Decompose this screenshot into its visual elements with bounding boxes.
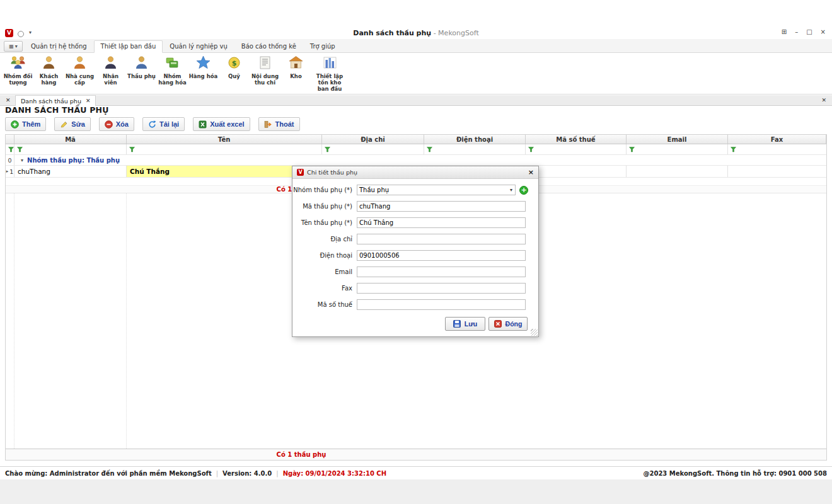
exit-button[interactable]: Thoát: [258, 117, 300, 131]
ribbon-tab-quan-tri-he-thong[interactable]: Quản trị hệ thống: [24, 40, 94, 53]
filter-cell-email[interactable]: [627, 144, 728, 154]
field-row-ma-so-thue: Mã số thuế: [292, 299, 538, 310]
ribbon-item-thiet-lap-ton-kho[interactable]: Thiết lập tồn kho ban đầu: [311, 54, 348, 93]
refresh-icon: [148, 120, 156, 129]
code-field[interactable]: [357, 201, 526, 212]
filter-funnel-icon: [325, 147, 330, 152]
filter-funnel-icon: [427, 147, 432, 152]
field-label: Điện thoại: [292, 252, 352, 259]
ribbon-item-kho[interactable]: Kho: [280, 54, 311, 81]
filter-cell-dia-chi[interactable]: [322, 144, 424, 154]
add-button-label: Thêm: [22, 120, 40, 128]
field-row-fax: Fax: [292, 283, 538, 294]
ribbon-item-label: Nhân viên: [96, 74, 125, 86]
chevron-down-icon[interactable]: ▾: [510, 187, 512, 193]
ribbon-item-label: Nhà cung cấp: [65, 74, 95, 86]
tax-code-field[interactable]: [357, 299, 526, 310]
filter-cell-ma-so-thue[interactable]: [526, 144, 627, 154]
group-row-cell[interactable]: ▾ Nhóm thầu phụ: Thầu phụ: [14, 155, 826, 165]
cell-email[interactable]: [627, 166, 728, 177]
column-header-ten[interactable]: Tên: [127, 135, 322, 144]
column-header-fax[interactable]: Fax: [728, 135, 826, 144]
page-title: DANH SÁCH THẦU PHỤ: [5, 105, 109, 115]
column-header-dien-thoai[interactable]: Điện thoại: [424, 135, 526, 144]
close-icon[interactable]: ×: [821, 28, 826, 35]
filter-cell-fax[interactable]: [728, 144, 826, 154]
filter-cell-ten[interactable]: [127, 144, 322, 154]
excel-icon: [199, 120, 207, 129]
fax-field[interactable]: [357, 283, 526, 294]
email-field[interactable]: [357, 266, 526, 277]
document-tab-danh-sach-thau-phu[interactable]: Danh sách thầu phụ ✕: [15, 95, 96, 106]
field-row-dien-thoai: Điện thoại: [292, 250, 538, 261]
status-version: Version: 4.0.0: [222, 470, 272, 477]
group-combo[interactable]: Thầu phụ ▾: [357, 185, 516, 195]
ribbon-item-label: Thiết lập tồn kho ban đầu: [312, 74, 347, 92]
filter-funnel-icon: [8, 147, 14, 152]
filter-funnel-icon: [528, 147, 534, 152]
close-dialog-button[interactable]: Đóng: [488, 317, 528, 331]
ribbon-item-thau-phu[interactable]: Thầu phụ: [126, 54, 157, 81]
tabstrip-close-left-icon[interactable]: ✕: [6, 97, 11, 103]
ribbon-tab-bar: ▦▾ Quản trị hệ thống Thiết lập ban đầu Q…: [0, 39, 832, 53]
ribbon-item-hang-hoa[interactable]: Hàng hóa: [188, 54, 219, 81]
document-tab-close-icon[interactable]: ✕: [86, 98, 91, 104]
filter-funnel-icon: [731, 147, 736, 152]
column-header-email[interactable]: Email: [627, 135, 728, 144]
filter-funnel-icon: [129, 147, 135, 152]
name-field[interactable]: [357, 217, 526, 228]
phone-field[interactable]: [357, 250, 526, 261]
ribbon-item-nhan-vien[interactable]: Nhân viên: [95, 54, 126, 87]
app-menu-button[interactable]: ▦▾: [4, 41, 23, 52]
tabstrip-close-right-icon[interactable]: ✕: [821, 97, 826, 103]
column-header-ma-so-thue[interactable]: Mã số thuế: [526, 135, 627, 144]
status-welcome: Chào mừng: Administrator đến với phần mề…: [5, 470, 212, 477]
grid-column-guide: [14, 193, 14, 449]
status-date: Ngày: 09/01/2024 3:32:10 CH: [283, 470, 386, 477]
dialog-close-icon[interactable]: ×: [528, 168, 534, 176]
exit-button-label: Thoát: [275, 120, 294, 128]
ribbon-item-nhom-hang-hoa[interactable]: Nhóm hàng hóa: [157, 54, 188, 87]
dialog-title: Chi tiết thầu phụ: [307, 169, 525, 176]
desktop-background: [0, 479, 832, 504]
group-collapse-icon[interactable]: ▾: [21, 158, 23, 163]
address-field[interactable]: [357, 234, 526, 244]
edit-button[interactable]: Sửa: [54, 117, 90, 131]
window-tools-icon[interactable]: ⊞: [782, 28, 787, 35]
cell-fax[interactable]: [728, 166, 826, 177]
chevron-down-icon: ▾: [15, 43, 18, 49]
column-header-ma[interactable]: Mã: [14, 135, 127, 144]
status-separator: |: [216, 470, 218, 477]
save-floppy-icon: [453, 320, 461, 328]
ribbon-item-label: Khách hàng: [34, 74, 64, 86]
ribbon-item-noi-dung-thu-chi[interactable]: Nội dung thu chi: [250, 54, 280, 87]
ribbon-tab-thiet-lap-ban-dau[interactable]: Thiết lập ban đầu: [94, 40, 163, 53]
filter-cell-ma[interactable]: [14, 144, 127, 154]
filter-cell-dien-thoai[interactable]: [424, 144, 526, 154]
add-group-button[interactable]: +: [519, 186, 528, 195]
ribbon-tab-tro-giup[interactable]: Trợ giúp: [303, 40, 342, 53]
save-button[interactable]: Lưu: [445, 317, 485, 331]
dialog-title-bar[interactable]: V Chi tiết thầu phụ ×: [292, 166, 538, 179]
filter-funnel-icon: [17, 147, 23, 152]
ribbon-item-nha-cung-cap[interactable]: Nhà cung cấp: [64, 54, 95, 87]
delete-button[interactable]: Xóa: [99, 117, 134, 131]
export-excel-button[interactable]: Xuất excel: [193, 117, 250, 131]
column-header-dia-chi[interactable]: Địa chỉ: [322, 135, 424, 144]
restore-icon[interactable]: □: [806, 28, 812, 35]
ribbon-tab-quan-ly-nghiep-vu[interactable]: Quản lý nghiệp vụ: [163, 40, 234, 53]
cell-ma[interactable]: chuThang: [14, 166, 127, 177]
grid-group-row[interactable]: 0 ▾ Nhóm thầu phụ: Thầu phụ: [6, 155, 826, 166]
cell-ma-so-thue[interactable]: [526, 166, 627, 177]
ribbon-body: Nhóm đối tượng Khách hàng Nhà cung cấp N…: [0, 53, 832, 94]
field-row-ten-thau-phu: Tên thầu phụ (*): [292, 217, 538, 228]
reload-button[interactable]: Tải lại: [142, 117, 185, 131]
object-group-icon: [10, 55, 26, 73]
ribbon-item-khach-hang[interactable]: Khách hàng: [33, 54, 64, 87]
ribbon-item-quy[interactable]: $ Quỹ: [219, 54, 250, 81]
add-button[interactable]: Thêm: [5, 117, 46, 131]
ribbon-item-nhom-doi-tuong[interactable]: Nhóm đối tượng: [3, 54, 33, 87]
minimize-icon[interactable]: –: [795, 28, 798, 35]
ribbon-tab-bao-cao-thong-ke[interactable]: Báo cáo thống kê: [234, 40, 303, 53]
dialog-resize-grip[interactable]: [531, 329, 538, 336]
